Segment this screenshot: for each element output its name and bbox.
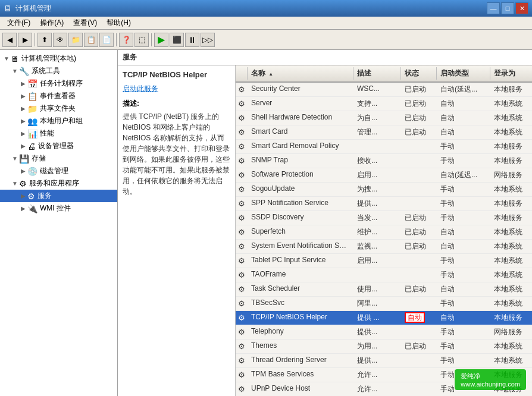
tree-item[interactable]: ▼🖥计算机管理(本地) (0, 52, 117, 65)
service-desc-cell: 提供... (353, 197, 401, 210)
maximize-button[interactable]: □ (501, 2, 514, 14)
back-button[interactable]: ◀ (2, 33, 17, 47)
col-status[interactable]: 状态 (401, 67, 437, 80)
toolbar-separator-3 (151, 33, 152, 46)
tree-item[interactable]: ▶⚙服务 (0, 190, 117, 202)
table-row[interactable]: ⚙ Smart Card 管理... 已启动 自动 本地系统 (236, 125, 532, 140)
tree-item[interactable]: ▼💾存储 (0, 152, 117, 165)
table-row[interactable]: ⚙ Smart Card Removal Policy 手动 本地服务 (236, 140, 532, 154)
tree-expand-icon[interactable]: ▶ (19, 130, 27, 138)
tree-item-label: 事件查看器 (40, 91, 76, 101)
tree-expand-icon[interactable]: ▶ (19, 117, 27, 125)
table-row[interactable]: ⚙ TPM Base Services 允许... 手动 本地服务 (236, 368, 532, 382)
row-icon: ⚙ (236, 354, 248, 367)
table-row[interactable]: ⚙ Shell Hardware Detection 为自... 已启动 自动 … (236, 111, 532, 125)
table-row[interactable]: ⚙ Task Scheduler 使用... 已启动 自动 本地系统 (236, 282, 532, 297)
service-name-cell: Security Center (248, 83, 353, 96)
status-cell (401, 197, 437, 210)
service-desc-cell: 使用... (353, 282, 401, 296)
tree-item[interactable]: ▶📁共享文件夹 (0, 102, 117, 115)
login-as-cell: 本地系统 (490, 254, 532, 268)
startup-type-cell: 自动 (437, 97, 490, 111)
menu-item[interactable]: 操作(A) (35, 17, 68, 29)
tree-item[interactable]: ▶📊性能 (0, 127, 117, 140)
tree-item[interactable]: ▶👥本地用户和组 (0, 115, 117, 127)
close-button[interactable]: ✕ (515, 2, 528, 14)
table-row[interactable]: ⚙ Telephony 提供... 手动 网络服务 (236, 325, 532, 340)
play-button[interactable]: ▶ (154, 33, 168, 47)
up-button[interactable]: ⬆ (37, 33, 52, 47)
menu-item[interactable]: 文件(F) (2, 17, 35, 29)
tree-item[interactable]: ▶🔌WMI 控件 (0, 202, 117, 215)
folder-button[interactable]: 📁 (68, 33, 83, 47)
tree-item[interactable]: ▼🔧系统工具 (0, 65, 117, 77)
start-service-link[interactable]: 启动此服务 (123, 84, 230, 94)
tree-expand-icon[interactable]: ▼ (11, 155, 19, 163)
table-row[interactable]: ⚙ Thread Ordering Server 提供... 手动 本地系统 (236, 354, 532, 368)
tree-expand-icon[interactable]: ▶ (19, 167, 27, 175)
info-panel: TCP/IP NetBIOS Helper 启动此服务 描述: 提供 TCP/I… (118, 65, 236, 396)
tree-expand-icon[interactable]: ▶ (19, 205, 27, 213)
table-row[interactable]: ⚙ SPP Notification Service 提供... 手动 本地服务 (236, 197, 532, 211)
row-icon: ⚙ (236, 311, 248, 325)
menu-item[interactable]: 帮助(H) (102, 17, 136, 29)
tree-node-icon: 💿 (27, 166, 37, 176)
table-row[interactable]: ⚙ Security Center WSC... 已启动 自动(延迟... 本地… (236, 83, 532, 97)
col-login[interactable]: 登录为 (490, 67, 532, 80)
minimize-button[interactable]: — (487, 2, 500, 14)
tree-item-label: 服务和应用程序 (29, 178, 79, 188)
paste-button[interactable]: 📄 (99, 33, 114, 47)
table-row[interactable]: ⚙ Superfetch 维护... 已启动 自动 本地系统 (236, 225, 532, 240)
tree-expand-icon[interactable]: ▶ (19, 80, 27, 88)
copy-button[interactable]: 📋 (84, 33, 98, 47)
menu-item[interactable]: 查看(V) (68, 17, 102, 29)
tree-expand-icon[interactable]: ▶ (19, 105, 27, 113)
table-row[interactable]: ⚙ Tablet PC Input Service 启用... 手动 本地系统 (236, 254, 532, 268)
service-panel-title: 服务 (123, 53, 137, 61)
table-row[interactable]: ⚙ TCP/IP NetBIOS Helper 提供 ... 自动 自动 本地服… (236, 311, 532, 325)
tree-expand-icon[interactable]: ▶ (19, 192, 27, 200)
forward-button[interactable]: ▶ (18, 33, 32, 47)
service-name-cell: SNMP Trap (248, 154, 353, 168)
tree-expand-icon[interactable]: ▼ (11, 180, 19, 188)
col-desc[interactable]: 描述 (353, 67, 401, 80)
startup-type-cell: 手动 (437, 297, 490, 310)
tree-item[interactable]: ▶📋事件查看器 (0, 90, 117, 102)
tree-expand-icon[interactable]: ▼ (11, 67, 19, 76)
service-desc-cell: 支持... (353, 97, 401, 111)
login-as-cell: 本地系统 (490, 268, 532, 282)
stop-button[interactable]: ⬛ (170, 33, 184, 47)
service-name-cell: TCP/IP NetBIOS Helper (248, 311, 353, 325)
table-row[interactable]: ⚙ TBSecSvc 阿里... 手动 本地系统 (236, 297, 532, 311)
table-row[interactable]: ⚙ System Event Notification Service 监视..… (236, 240, 532, 254)
pause-button[interactable]: ⏸ (185, 33, 199, 47)
help-button[interactable]: ❓ (119, 33, 133, 47)
tree-expand-icon[interactable]: ▶ (19, 92, 27, 100)
col-startup[interactable]: 启动类型 (437, 67, 490, 80)
table-row[interactable]: ⚙ Server 支持... 已启动 自动 本地系统 (236, 97, 532, 111)
show-hide-button[interactable]: 👁 (53, 33, 67, 47)
startup-type-cell: 手动 (437, 197, 490, 210)
table-row[interactable]: ⚙ UPnP Device Host 允许... 手动 本地服务 (236, 382, 532, 396)
tree-item[interactable]: ▶📅任务计划程序 (0, 77, 117, 90)
col-name[interactable]: 名称 ▲ (248, 67, 353, 80)
table-row[interactable]: ⚙ Themes 为用... 已启动 手动 本地系统 (236, 340, 532, 354)
tree-item[interactable]: ▶🖨设备管理器 (0, 140, 117, 152)
table-row[interactable]: ⚙ TAOFrame 手动 本地系统 (236, 268, 532, 282)
startup-type-cell: 自动(延迟... (437, 83, 490, 96)
export-button[interactable]: ⬚ (134, 33, 149, 47)
tree-item[interactable]: ▼⚙服务和应用程序 (0, 177, 117, 190)
table-row[interactable]: ⚙ SogouUpdate 为搜... 手动 本地系统 (236, 183, 532, 197)
tree-node-icon: 🖥 (11, 54, 19, 64)
table-row[interactable]: ⚙ SSDP Discovery 当发... 已启动 手动 本地服务 (236, 211, 532, 225)
tree-expand-icon[interactable]: ▼ (2, 55, 11, 63)
row-icon: ⚙ (236, 325, 248, 339)
status-cell (401, 168, 437, 182)
tree-item[interactable]: ▶💿磁盘管理 (0, 165, 117, 177)
table-row[interactable]: ⚙ Software Protection 启用... 自动(延迟... 网络服… (236, 168, 532, 183)
login-as-cell: 本地系统 (490, 97, 532, 111)
restart-button[interactable]: ▷▷ (201, 33, 215, 47)
row-icon: ⚙ (236, 254, 248, 268)
tree-expand-icon[interactable]: ▶ (19, 142, 27, 150)
table-row[interactable]: ⚙ SNMP Trap 接收... 手动 本地服务 (236, 154, 532, 168)
